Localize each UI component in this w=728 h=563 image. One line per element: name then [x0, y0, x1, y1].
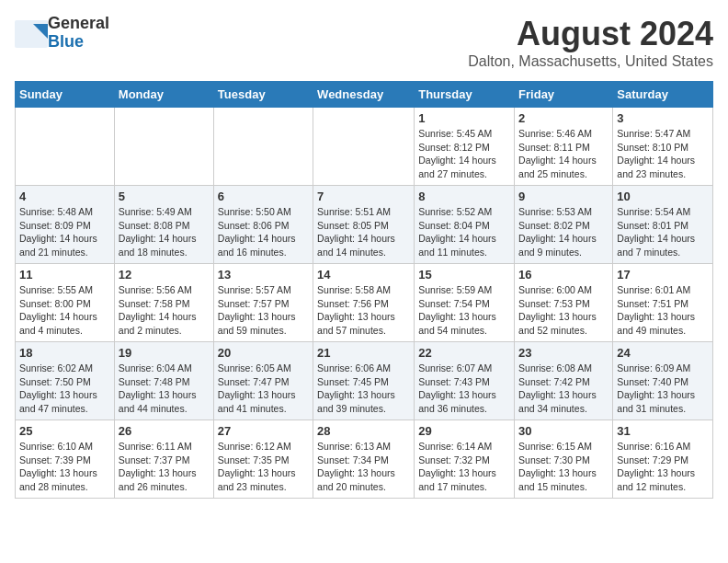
day-cell: 29Sunrise: 6:14 AM Sunset: 7:32 PM Dayli…: [415, 420, 515, 499]
col-tuesday: Tuesday: [213, 82, 313, 108]
day-number: 6: [218, 190, 309, 203]
day-info: Sunrise: 6:01 AM Sunset: 7:51 PM Dayligh…: [617, 283, 709, 338]
day-number: 4: [19, 190, 110, 203]
day-number: 29: [418, 424, 510, 438]
week-row-2: 4Sunrise: 5:48 AM Sunset: 8:09 PM Daylig…: [16, 186, 713, 264]
day-cell: 21Sunrise: 6:06 AM Sunset: 7:45 PM Dayli…: [313, 342, 415, 420]
day-info: Sunrise: 6:08 AM Sunset: 7:42 PM Dayligh…: [518, 362, 609, 416]
col-wednesday: Wednesday: [313, 82, 415, 108]
logo: General Blue: [15, 15, 109, 52]
day-number: 30: [518, 424, 609, 438]
day-cell: 3Sunrise: 5:47 AM Sunset: 8:10 PM Daylig…: [613, 108, 713, 186]
day-info: Sunrise: 5:53 AM Sunset: 8:02 PM Dayligh…: [518, 205, 609, 259]
day-cell: 15Sunrise: 5:59 AM Sunset: 7:54 PM Dayli…: [415, 264, 515, 342]
day-number: 8: [418, 190, 510, 203]
day-cell: 23Sunrise: 6:08 AM Sunset: 7:42 PM Dayli…: [515, 342, 613, 420]
calendar-header: Sunday Monday Tuesday Wednesday Thursday…: [16, 82, 713, 108]
col-friday: Friday: [515, 82, 613, 108]
day-info: Sunrise: 6:15 AM Sunset: 7:30 PM Dayligh…: [518, 440, 609, 494]
day-number: 1: [418, 111, 510, 125]
day-info: Sunrise: 5:57 AM Sunset: 7:57 PM Dayligh…: [218, 283, 309, 338]
day-cell: [313, 108, 415, 186]
day-info: Sunrise: 5:46 AM Sunset: 8:11 PM Dayligh…: [518, 127, 609, 181]
day-number: 17: [617, 268, 709, 282]
calendar-table: Sunday Monday Tuesday Wednesday Thursday…: [15, 81, 713, 499]
day-cell: 28Sunrise: 6:13 AM Sunset: 7:34 PM Dayli…: [313, 420, 415, 499]
day-cell: 20Sunrise: 6:05 AM Sunset: 7:47 PM Dayli…: [213, 342, 313, 420]
day-number: 2: [518, 111, 609, 125]
day-info: Sunrise: 6:07 AM Sunset: 7:43 PM Dayligh…: [418, 362, 510, 416]
day-number: 23: [518, 346, 609, 360]
day-info: Sunrise: 6:16 AM Sunset: 7:29 PM Dayligh…: [617, 440, 709, 494]
location-subtitle: Dalton, Massachusetts, United States: [468, 53, 713, 70]
day-cell: 22Sunrise: 6:07 AM Sunset: 7:43 PM Dayli…: [415, 342, 515, 420]
day-number: 10: [617, 190, 709, 203]
day-info: Sunrise: 6:10 AM Sunset: 7:39 PM Dayligh…: [19, 440, 110, 494]
col-saturday: Saturday: [613, 82, 713, 108]
calendar-body: 1Sunrise: 5:45 AM Sunset: 8:12 PM Daylig…: [16, 108, 713, 499]
day-number: 15: [418, 268, 510, 282]
day-info: Sunrise: 6:11 AM Sunset: 7:37 PM Dayligh…: [119, 440, 210, 494]
day-number: 18: [19, 346, 110, 360]
day-number: 16: [518, 268, 609, 282]
day-cell: 31Sunrise: 6:16 AM Sunset: 7:29 PM Dayli…: [613, 420, 713, 499]
day-cell: 5Sunrise: 5:49 AM Sunset: 8:08 PM Daylig…: [114, 186, 213, 264]
day-info: Sunrise: 5:51 AM Sunset: 8:05 PM Dayligh…: [317, 205, 410, 259]
day-number: 31: [617, 424, 709, 438]
col-monday: Monday: [114, 82, 213, 108]
day-info: Sunrise: 6:06 AM Sunset: 7:45 PM Dayligh…: [317, 362, 410, 416]
week-row-5: 25Sunrise: 6:10 AM Sunset: 7:39 PM Dayli…: [16, 420, 713, 499]
day-number: 12: [119, 268, 210, 282]
day-number: 28: [317, 424, 410, 438]
day-cell: 12Sunrise: 5:56 AM Sunset: 7:58 PM Dayli…: [114, 264, 213, 342]
day-number: 20: [218, 346, 309, 360]
day-cell: [114, 108, 213, 186]
day-cell: [16, 108, 115, 186]
day-info: Sunrise: 6:00 AM Sunset: 7:53 PM Dayligh…: [518, 283, 609, 338]
week-row-1: 1Sunrise: 5:45 AM Sunset: 8:12 PM Daylig…: [16, 108, 713, 186]
day-info: Sunrise: 5:50 AM Sunset: 8:06 PM Dayligh…: [218, 205, 309, 259]
day-cell: 10Sunrise: 5:54 AM Sunset: 8:01 PM Dayli…: [613, 186, 713, 264]
day-info: Sunrise: 5:48 AM Sunset: 8:09 PM Dayligh…: [19, 205, 110, 259]
month-year-title: August 2024: [468, 15, 713, 53]
day-number: 26: [119, 424, 210, 438]
day-info: Sunrise: 6:13 AM Sunset: 7:34 PM Dayligh…: [317, 440, 410, 494]
day-cell: 4Sunrise: 5:48 AM Sunset: 8:09 PM Daylig…: [16, 186, 115, 264]
day-number: 9: [518, 190, 609, 203]
day-cell: 14Sunrise: 5:58 AM Sunset: 7:56 PM Dayli…: [313, 264, 415, 342]
title-block: August 2024 Dalton, Massachusetts, Unite…: [468, 15, 713, 70]
day-cell: 8Sunrise: 5:52 AM Sunset: 8:04 PM Daylig…: [415, 186, 515, 264]
day-number: 27: [218, 424, 309, 438]
day-info: Sunrise: 5:47 AM Sunset: 8:10 PM Dayligh…: [617, 127, 709, 181]
logo-text: General Blue: [48, 15, 109, 52]
day-cell: [213, 108, 313, 186]
day-cell: 27Sunrise: 6:12 AM Sunset: 7:35 PM Dayli…: [213, 420, 313, 499]
day-info: Sunrise: 6:02 AM Sunset: 7:50 PM Dayligh…: [19, 362, 110, 416]
day-info: Sunrise: 5:54 AM Sunset: 8:01 PM Dayligh…: [617, 205, 709, 259]
day-info: Sunrise: 5:56 AM Sunset: 7:58 PM Dayligh…: [119, 283, 210, 338]
day-number: 11: [19, 268, 110, 282]
logo-line1: General: [48, 15, 109, 33]
day-info: Sunrise: 5:55 AM Sunset: 8:00 PM Dayligh…: [19, 283, 110, 338]
col-sunday: Sunday: [16, 82, 115, 108]
day-cell: 6Sunrise: 5:50 AM Sunset: 8:06 PM Daylig…: [213, 186, 313, 264]
day-cell: 30Sunrise: 6:15 AM Sunset: 7:30 PM Dayli…: [515, 420, 613, 499]
day-number: 7: [317, 190, 410, 203]
day-cell: 26Sunrise: 6:11 AM Sunset: 7:37 PM Dayli…: [114, 420, 213, 499]
day-number: 25: [19, 424, 110, 438]
day-info: Sunrise: 6:04 AM Sunset: 7:48 PM Dayligh…: [119, 362, 210, 416]
day-number: 5: [119, 190, 210, 203]
day-number: 19: [119, 346, 210, 360]
page-header: General Blue August 2024 Dalton, Massach…: [15, 15, 713, 70]
day-info: Sunrise: 5:59 AM Sunset: 7:54 PM Dayligh…: [418, 283, 510, 338]
day-info: Sunrise: 5:58 AM Sunset: 7:56 PM Dayligh…: [317, 283, 410, 338]
day-cell: 19Sunrise: 6:04 AM Sunset: 7:48 PM Dayli…: [114, 342, 213, 420]
day-number: 3: [617, 111, 709, 125]
day-cell: 1Sunrise: 5:45 AM Sunset: 8:12 PM Daylig…: [415, 108, 515, 186]
day-cell: 7Sunrise: 5:51 AM Sunset: 8:05 PM Daylig…: [313, 186, 415, 264]
day-cell: 16Sunrise: 6:00 AM Sunset: 7:53 PM Dayli…: [515, 264, 613, 342]
day-info: Sunrise: 5:52 AM Sunset: 8:04 PM Dayligh…: [418, 205, 510, 259]
day-cell: 9Sunrise: 5:53 AM Sunset: 8:02 PM Daylig…: [515, 186, 613, 264]
col-thursday: Thursday: [415, 82, 515, 108]
day-number: 21: [317, 346, 410, 360]
